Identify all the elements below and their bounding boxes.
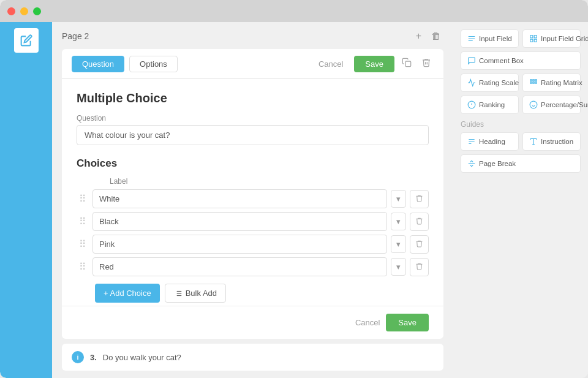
choice-delete-3[interactable] [410,235,429,254]
widget-ranking[interactable]: Ranking [461,96,519,114]
guide-page-break-label: Page Break [479,160,516,167]
svg-rect-18 [533,82,534,83]
widget-rating-matrix-label: Rating Matrix [541,79,582,86]
bottom-save-button[interactable]: Save [386,314,429,331]
svg-rect-16 [535,80,537,81]
widget-input-field-label: Input Field [479,35,512,42]
question-text: Do you walk your cat? [103,353,181,362]
choice-input-2[interactable] [92,212,387,231]
bulk-add-label: Bulk Add [186,289,217,298]
svg-rect-10 [530,36,533,38]
svg-point-23 [530,101,537,108]
choice-row: ⠿ ▾ [77,257,429,276]
question-type-title: Multiple Choice [77,91,429,105]
svg-rect-11 [534,36,537,38]
window-body: Page 2 + 🗑 Question Options Cancel Save [0,22,588,378]
widget-comment-box[interactable]: Comment Box [461,51,581,70]
widget-percentage-sum[interactable]: Percentage/Sum [522,96,581,114]
choice-input-1[interactable] [92,189,387,208]
guide-page-break[interactable]: Page Break [461,154,581,173]
minimize-button[interactable] [20,7,28,15]
widget-rating-matrix[interactable]: Rating Matrix [522,74,581,92]
choice-dropdown-3[interactable]: ▾ [391,235,406,253]
main-content: Page 2 + 🗑 Question Options Cancel Save [52,22,453,378]
tab-question[interactable]: Question [72,56,124,72]
add-page-button[interactable]: + [413,29,424,43]
svg-rect-0 [405,61,411,67]
editor-body: Multiple Choice Question Choices Label ⠿… [62,79,443,306]
close-button[interactable] [7,7,15,15]
choices-title: Choices [77,157,429,170]
sidebar [0,22,52,378]
guide-instruction[interactable]: Instruction [522,132,581,151]
question-input[interactable] [77,125,429,145]
choice-row: ⠿ ▾ [77,235,429,254]
choice-delete-2[interactable] [410,213,429,231]
guides-grid: Heading Instruction Page Break [461,132,581,173]
choice-input-3[interactable] [92,235,387,254]
guide-instruction-label: Instruction [541,138,573,145]
page-header: Page 2 + 🗑 [62,29,443,43]
copy-button[interactable] [399,55,414,72]
choice-row: ⠿ ▾ [77,189,429,208]
choice-delete-4[interactable] [410,258,429,276]
guide-heading-label: Heading [479,138,505,145]
widget-input-field-grid[interactable]: Input Field Grid [522,29,581,48]
page-title: Page 2 [62,31,89,41]
widget-rating-scale[interactable]: Rating Scale [461,74,519,92]
svg-rect-14 [530,80,532,81]
widget-rating-scale-label: Rating Scale [479,79,519,86]
widget-input-field-grid-label: Input Field Grid [541,35,588,42]
svg-rect-15 [533,80,534,81]
choice-dropdown-2[interactable]: ▾ [391,213,406,230]
widget-input-field[interactable]: Input Field [461,29,519,48]
widget-ranking-label: Ranking [479,101,505,108]
next-question-preview: i 3. Do you walk your cat? [62,344,443,371]
editor-panel: Question Options Cancel Save [62,49,443,339]
drag-handle-4[interactable]: ⠿ [77,259,89,275]
editor-toolbar: Question Options Cancel Save [62,49,443,79]
drag-handle-1[interactable]: ⠿ [77,191,89,207]
choice-delete-1[interactable] [410,190,429,208]
guides-section-title: Guides [461,120,581,129]
label-col-header: Label [110,177,429,186]
choice-dropdown-1[interactable]: ▾ [391,190,406,208]
tab-options[interactable]: Options [129,56,178,72]
delete-page-button[interactable]: 🗑 [429,29,443,43]
choices-actions: + Add Choice Bulk Add [95,284,429,303]
window: Page 2 + 🗑 Question Options Cancel Save [0,0,588,378]
widget-percentage-sum-label: Percentage/Sum [541,101,588,108]
choice-dropdown-4[interactable]: ▾ [391,258,406,276]
toolbar-save-button[interactable]: Save [354,56,394,72]
widget-comment-box-label: Comment Box [479,57,524,64]
svg-rect-12 [530,39,533,42]
svg-rect-19 [535,82,537,83]
choice-row: ⠿ ▾ [77,212,429,231]
add-choice-button[interactable]: + Add Choice [95,284,160,303]
titlebar [0,0,588,22]
delete-question-button[interactable] [419,55,434,72]
svg-rect-13 [534,39,537,42]
choices-section: Choices Label ⠿ ▾ [77,157,429,303]
bulk-add-button[interactable]: Bulk Add [165,284,226,303]
widget-grid: Input Field Input Field Grid Comment Box [461,29,581,114]
drag-handle-2[interactable]: ⠿ [77,213,89,230]
toolbar-cancel-button[interactable]: Cancel [312,56,349,72]
maximize-button[interactable] [33,7,41,15]
right-panel: Input Field Input Field Grid Comment Box [453,22,588,378]
sidebar-edit-icon[interactable] [14,28,39,53]
guide-heading[interactable]: Heading [461,132,519,151]
bottom-actions: Cancel Save [62,306,443,339]
svg-rect-17 [530,82,532,83]
drag-handle-3[interactable]: ⠿ [77,236,89,252]
question-field-label: Question [77,114,429,123]
choice-input-4[interactable] [92,257,387,276]
bottom-cancel-button[interactable]: Cancel [355,314,380,331]
page-actions: + 🗑 [413,29,443,43]
info-badge: i [72,351,84,363]
question-number: 3. [90,353,97,362]
